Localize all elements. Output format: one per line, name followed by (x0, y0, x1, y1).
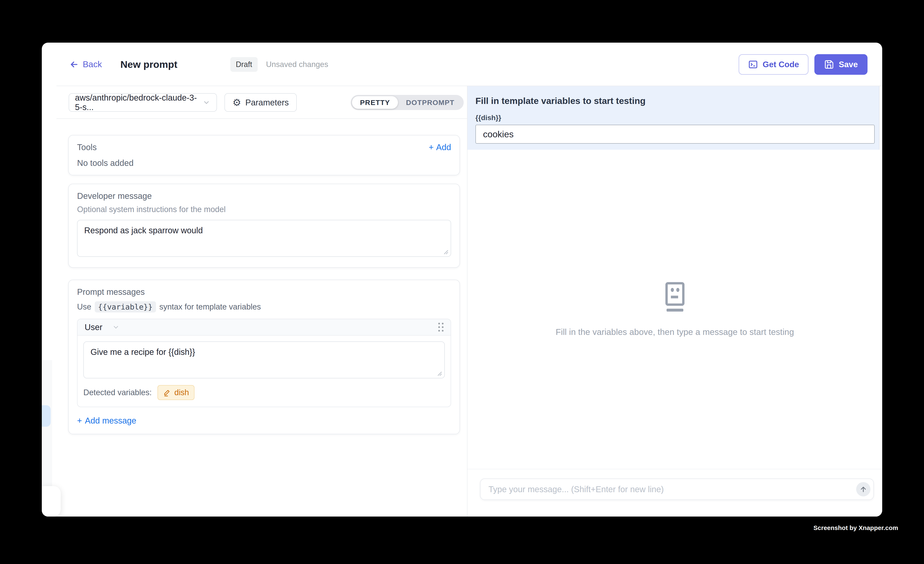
developer-message-input[interactable]: Respond as jack sparrow would (77, 220, 451, 257)
toggle-pretty[interactable]: PRETTY (352, 96, 398, 109)
hint-prefix: Use (77, 302, 92, 311)
add-message-button[interactable]: + Add message (77, 416, 451, 425)
page-title: New prompt (120, 58, 177, 70)
pencil-icon (163, 388, 171, 397)
variable-chip-label: dish (174, 388, 189, 397)
developer-message-title: Developer message (77, 191, 451, 201)
parameters-label: Parameters (245, 98, 289, 107)
arrow-left-icon (69, 60, 79, 69)
role-select[interactable]: User (85, 322, 120, 332)
add-tool-label: Add (436, 142, 451, 152)
variable-chip-dish[interactable]: dish (158, 385, 195, 400)
chat-input-bar (468, 469, 882, 516)
tools-card: Tools + Add No tools added (68, 135, 460, 176)
variable-dish-label: {{dish}} (476, 114, 874, 122)
get-code-label: Get Code (763, 60, 799, 69)
message-content-input[interactable]: Give me a recipe for {{dish}} (83, 341, 445, 378)
prompt-editor-panel: aws/anthropic/bedrock-claude-3-5-s... ⚙︎… (42, 86, 467, 516)
tools-title: Tools (77, 142, 97, 152)
save-button[interactable]: Save (814, 54, 867, 75)
get-code-button[interactable]: Get Code (739, 54, 808, 75)
developer-message-card: Developer message Optional system instru… (68, 184, 460, 268)
model-select-value: aws/anthropic/bedrock-claude-3-5-s... (75, 93, 202, 112)
chat-empty-state: Fill in the variables above, then type a… (468, 150, 882, 469)
add-message-label: Add message (85, 416, 136, 425)
header-bar: Back New prompt Draft Unsaved changes Ge… (42, 43, 882, 86)
resize-grip-icon[interactable] (436, 370, 442, 376)
unsaved-changes-note: Unsaved changes (266, 60, 328, 69)
prompt-messages-card: Prompt messages Use {{variable}} syntax … (68, 280, 460, 434)
parameters-button[interactable]: ⚙︎ Parameters (225, 93, 297, 112)
variable-dish-input[interactable] (476, 125, 874, 144)
developer-message-subtitle: Optional system instructions for the mod… (77, 205, 451, 214)
left-edge-floating-box (42, 486, 61, 516)
screenshot-credit: Screenshot by Xnapper.com (813, 524, 898, 531)
toggle-dotprompt[interactable]: DOTPROMPT (398, 96, 462, 109)
model-toolbar: aws/anthropic/bedrock-claude-3-5-s... ⚙︎… (42, 86, 467, 119)
hint-suffix: syntax for template variables (159, 302, 261, 311)
test-panel: Fill in template variables to start test… (467, 86, 882, 516)
variable-syntax-chip: {{variable}} (95, 302, 156, 312)
save-icon (824, 59, 834, 69)
resize-grip-icon[interactable] (442, 248, 448, 255)
role-value: User (85, 322, 102, 332)
gear-icon: ⚙︎ (232, 98, 241, 107)
terminal-icon (748, 59, 758, 69)
message-header: User (78, 319, 451, 336)
variables-section: Fill in template variables to start test… (468, 86, 882, 150)
save-label: Save (839, 60, 858, 69)
robot-face-icon (662, 282, 688, 312)
variables-section-title: Fill in template variables to start test… (476, 96, 874, 106)
back-button[interactable]: Back (69, 59, 102, 69)
drag-handle-icon[interactable] (438, 323, 444, 332)
prompt-messages-title: Prompt messages (77, 287, 451, 297)
chevron-down-icon (112, 323, 120, 331)
add-tool-button[interactable]: + Add (429, 142, 451, 152)
arrow-up-icon (859, 485, 867, 494)
chat-message-input[interactable] (480, 478, 874, 500)
send-button[interactable] (856, 482, 870, 496)
message-block: User Give me a recipe for {{ (77, 319, 451, 407)
template-hint: Use {{variable}} syntax for template var… (77, 302, 451, 312)
chevron-down-icon (202, 98, 211, 106)
model-select[interactable]: aws/anthropic/bedrock-claude-3-5-s... (69, 93, 217, 112)
scrollbar-track[interactable] (879, 86, 882, 150)
plus-icon: + (77, 416, 82, 425)
view-mode-toggle: PRETTY DOTPROMPT (351, 95, 464, 110)
tools-empty-text: No tools added (77, 158, 451, 168)
status-badge: Draft (230, 57, 258, 72)
plus-icon: + (429, 142, 434, 152)
back-label: Back (83, 59, 102, 69)
left-edge-highlight (42, 405, 51, 427)
chat-empty-text: Fill in the variables above, then type a… (556, 327, 794, 337)
detected-variables-label: Detected variables: (83, 388, 152, 397)
app-window: Back New prompt Draft Unsaved changes Ge… (42, 43, 882, 516)
